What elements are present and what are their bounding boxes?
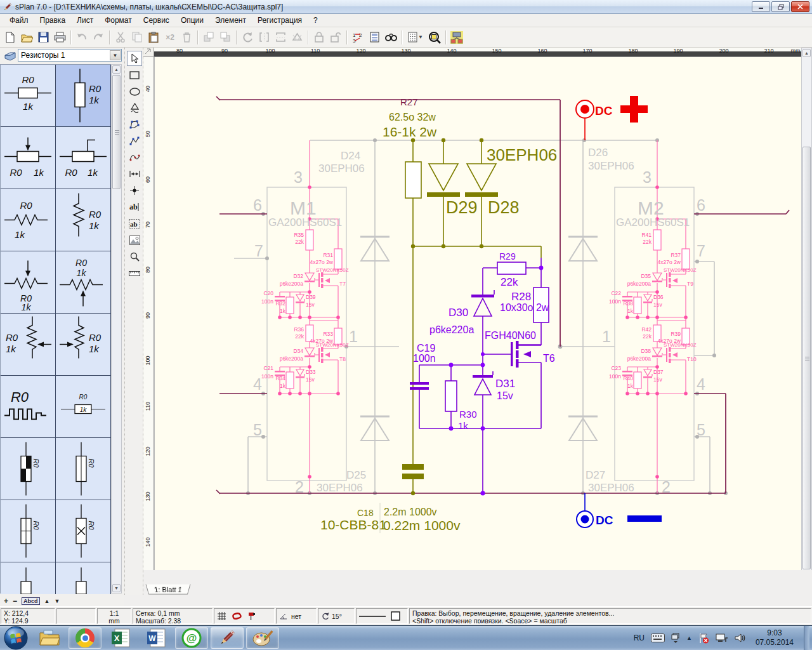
menu-service[interactable]: Сервис xyxy=(138,14,175,27)
menu-registration[interactable]: Регистрация xyxy=(252,14,308,27)
menu-options[interactable]: Опции xyxy=(175,14,209,27)
network-icon[interactable] xyxy=(716,633,728,643)
sheet-tab[interactable]: 1: Blatt 1 xyxy=(146,584,191,594)
volume-icon[interactable] xyxy=(735,633,745,643)
redo-button[interactable] xyxy=(90,29,107,46)
palette-move-down-button[interactable]: ▼ xyxy=(54,598,60,604)
dimension-tool[interactable] xyxy=(127,166,142,182)
open-file-button[interactable] xyxy=(18,29,35,46)
status-line-style[interactable] xyxy=(356,608,408,624)
special-shape-tool[interactable] xyxy=(127,100,142,116)
unlock-button[interactable] xyxy=(327,29,344,46)
grid-toggle-icon[interactable] xyxy=(217,611,226,621)
status-rotation[interactable]: 15° xyxy=(318,608,355,624)
snap-pin-icon[interactable] xyxy=(247,611,255,621)
palette-item-fuse-filled[interactable]: R0 xyxy=(1,438,56,500)
tray-clock[interactable]: 9:03 07.05.2014 xyxy=(752,628,797,647)
grid-settings-button[interactable]: ▼ xyxy=(405,29,426,46)
palette-item-resistor-small[interactable]: R01k xyxy=(56,376,111,438)
palette-item-zigzag-trimmer-h2[interactable]: R01k xyxy=(56,251,111,314)
lock-button[interactable] xyxy=(311,29,327,46)
language-bar-menu-icon[interactable] xyxy=(671,633,680,643)
menu-edit[interactable]: Правка xyxy=(34,14,72,27)
palette-item-trimmer-h[interactable]: R01k xyxy=(1,127,56,189)
palette-combo-arrow[interactable]: ▼ xyxy=(110,50,121,60)
palette-item-pot-v-right[interactable]: R01k xyxy=(56,314,111,376)
ellipse-tool[interactable] xyxy=(127,84,142,99)
palette-item-partial-1[interactable] xyxy=(1,562,56,594)
group-button[interactable] xyxy=(289,29,305,46)
taskbar-explorer[interactable] xyxy=(33,627,66,649)
palette-group-select[interactable]: Резисторы 1 ▼ xyxy=(18,49,122,62)
bring-front-button[interactable] xyxy=(200,29,217,46)
action-center-flag-icon[interactable] xyxy=(698,633,709,644)
palette-item-zigzag-h[interactable]: R01k xyxy=(1,189,56,251)
close-button[interactable] xyxy=(791,1,809,12)
restore-button[interactable] xyxy=(771,1,790,12)
send-back-button[interactable] xyxy=(217,29,233,46)
zoom-window-button[interactable] xyxy=(426,29,443,46)
status-angle[interactable]: нет xyxy=(276,608,317,624)
palette-item-resistor-crossed[interactable]: R0 xyxy=(1,500,56,562)
taskbar-word[interactable]: W xyxy=(140,627,173,649)
scroll-up-arrow[interactable]: ▲ xyxy=(802,49,811,57)
palette-scroll-down[interactable]: ▼ xyxy=(112,584,121,592)
sheet-colors-button[interactable] xyxy=(449,29,465,46)
delete-button[interactable] xyxy=(178,29,195,46)
print-button[interactable] xyxy=(51,29,68,46)
palette-rename-button[interactable]: Abcd xyxy=(22,597,40,605)
canvas-vscrollbar[interactable]: ▲ ▼ xyxy=(801,48,812,580)
copy-button[interactable] xyxy=(129,29,145,46)
taskbar-chrome[interactable] xyxy=(69,627,102,649)
vscroll-thumb[interactable] xyxy=(802,147,811,569)
rotate-button[interactable] xyxy=(239,29,256,46)
mirror-h-button[interactable] xyxy=(256,29,272,46)
menu-format[interactable]: Формат xyxy=(99,14,138,27)
palette-add-button[interactable]: + xyxy=(4,597,8,606)
paste-button[interactable] xyxy=(145,29,162,46)
measure-tool[interactable] xyxy=(127,265,142,281)
menu-file[interactable]: Файл xyxy=(4,14,34,27)
select-tool[interactable] xyxy=(127,51,142,66)
parts-list-button[interactable] xyxy=(366,29,383,46)
cut-button[interactable] xyxy=(112,29,129,46)
language-indicator[interactable]: RU xyxy=(634,633,645,642)
palette-scroll-up[interactable]: ▲ xyxy=(112,65,121,74)
palette-item-zigzag-v[interactable]: R01k xyxy=(56,189,111,251)
keyboard-icon[interactable] xyxy=(651,633,665,642)
search-button[interactable] xyxy=(383,29,399,46)
image-tool[interactable] xyxy=(127,232,142,248)
new-file-button[interactable] xyxy=(2,29,18,46)
menu-element[interactable]: Элемент xyxy=(209,14,252,27)
palette-item-tapped-resistor-h[interactable]: R01k xyxy=(56,127,111,189)
node-tool[interactable] xyxy=(127,183,142,198)
palette-item-pot-v-left[interactable]: R01k xyxy=(1,314,56,376)
menu-help[interactable]: ? xyxy=(308,14,324,27)
show-desktop-button[interactable] xyxy=(804,626,809,650)
schematic-sheet[interactable]: R27 62.5o 32w 16-1k 2w 30EPH06 D29 D28 D… xyxy=(154,57,801,570)
palette-scrollbar[interactable]: ▲ ▼ xyxy=(111,64,122,594)
palette-scroll-thumb[interactable] xyxy=(112,75,121,189)
palette-move-up-button[interactable]: ▲ xyxy=(44,598,50,604)
mirror-v-button[interactable] xyxy=(272,29,289,46)
palette-item-resistor-v-selected[interactable]: R01k xyxy=(56,65,111,127)
palette-item-zigzag-trimmer-h[interactable]: R01k xyxy=(1,251,56,314)
taskbar-mail-agent[interactable]: @ xyxy=(175,627,208,649)
palette-remove-button[interactable]: − xyxy=(13,597,17,606)
polyline-tool[interactable] xyxy=(127,133,142,149)
zoom-tool[interactable] xyxy=(127,249,142,264)
taskbar-splan-active[interactable] xyxy=(211,627,244,649)
start-button[interactable] xyxy=(0,626,32,650)
palette-item-meander[interactable]: R0 xyxy=(1,376,56,438)
taskbar-paint[interactable] xyxy=(246,627,279,649)
freehand-toggle-icon[interactable] xyxy=(232,612,242,620)
palette-item-partial-2[interactable] xyxy=(56,562,111,594)
menu-sheet[interactable]: Лист xyxy=(71,14,99,27)
duplicate-button[interactable]: ×2 xyxy=(162,29,178,46)
bezier-tool[interactable] xyxy=(127,150,142,165)
grid-dropdown-arrow[interactable]: ▼ xyxy=(418,34,423,40)
textbox-tool[interactable]: ab xyxy=(127,216,142,231)
tray-expand-arrow[interactable]: ▲ xyxy=(686,635,692,641)
polygon-tool[interactable] xyxy=(127,117,142,132)
taskbar-excel[interactable]: X xyxy=(104,627,137,649)
